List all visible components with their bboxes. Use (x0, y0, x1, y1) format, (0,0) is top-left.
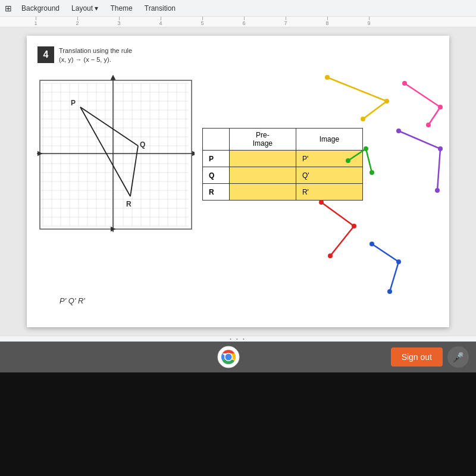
slide[interactable]: 4 Translation using the rule (x, y) → (x… (27, 36, 449, 327)
toolbar-layout[interactable]: Layout (69, 3, 101, 14)
svg-point-53 (369, 170, 374, 175)
svg-point-58 (352, 224, 356, 228)
svg-point-49 (438, 105, 443, 109)
taskbar-right: Sign out 🎤 (391, 346, 469, 368)
sign-out-button[interactable]: Sign out (391, 347, 443, 367)
svg-point-60 (369, 242, 374, 246)
prime-labels: P' Q' R' (60, 296, 85, 305)
svg-line-39 (80, 107, 138, 146)
problem-number: 4 (37, 46, 54, 63)
svg-point-47 (361, 117, 365, 121)
ruler: 1 2 3 4 5 6 7 8 9 (0, 17, 476, 27)
svg-point-54 (396, 129, 401, 133)
taskbar: Sign out 🎤 (0, 342, 476, 372)
svg-point-65 (226, 354, 232, 361)
row-q-label: Q (203, 167, 230, 184)
svg-text:R: R (126, 200, 131, 208)
svg-point-55 (438, 146, 443, 151)
svg-point-46 (384, 99, 389, 104)
slide-area: 4 Translation using the rule (x, y) → (x… (0, 27, 476, 336)
svg-text:Q: Q (140, 140, 145, 149)
chrome-icon[interactable] (217, 346, 240, 368)
svg-point-48 (402, 81, 407, 86)
toolbar-background[interactable]: Background (19, 3, 62, 14)
toolbar-transition[interactable]: Transition (142, 3, 178, 14)
svg-point-57 (319, 200, 324, 205)
toolbar-icon: ⊞ (5, 4, 12, 13)
grid-container: P Q R (34, 74, 195, 241)
mic-icon: 🎤 (452, 352, 464, 363)
svg-point-56 (435, 188, 440, 193)
svg-point-62 (387, 289, 392, 294)
svg-point-45 (325, 75, 330, 80)
svg-point-61 (396, 259, 401, 264)
slide-dots: • • • (230, 336, 246, 342)
toolbar: ⊞ Background Layout Theme Transition (0, 0, 476, 17)
microphone-button[interactable]: 🎤 (447, 346, 469, 368)
problem-text: Translation using the rule (x, y) → (x −… (59, 46, 132, 65)
svg-point-52 (364, 146, 368, 151)
taskbar-center (217, 346, 240, 368)
decorative-triangles (256, 71, 446, 298)
row-r-label: R (203, 184, 230, 201)
svg-point-59 (328, 253, 333, 258)
row-p-label: P (203, 151, 230, 167)
black-bar (0, 372, 476, 476)
svg-point-51 (346, 158, 350, 163)
slide-bottom-bar: • • • (0, 336, 476, 342)
toolbar-theme[interactable]: Theme (108, 3, 134, 14)
svg-text:P: P (71, 99, 76, 107)
svg-point-50 (426, 123, 431, 127)
